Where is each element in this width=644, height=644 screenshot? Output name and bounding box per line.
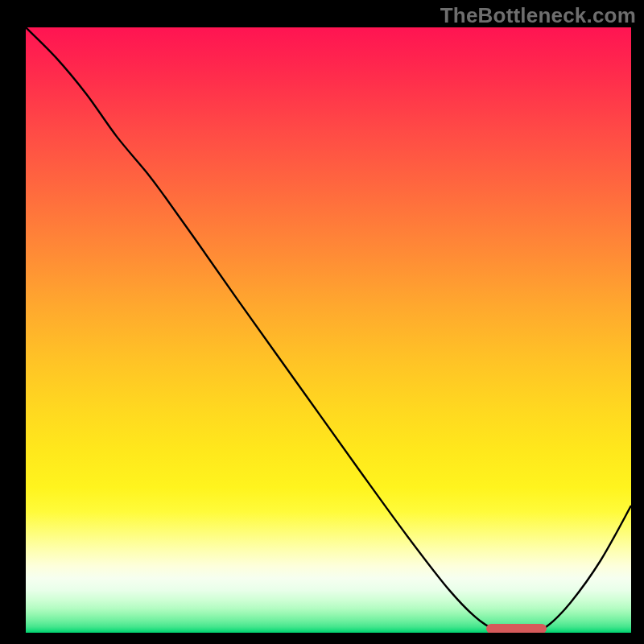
curve-path (26, 27, 631, 633)
plot-area (26, 27, 631, 633)
watermark-text: TheBottleneck.com (440, 3, 636, 28)
optimal-range-marker (486, 624, 547, 633)
bottleneck-curve (26, 27, 631, 633)
chart-frame: TheBottleneck.com (0, 0, 644, 644)
